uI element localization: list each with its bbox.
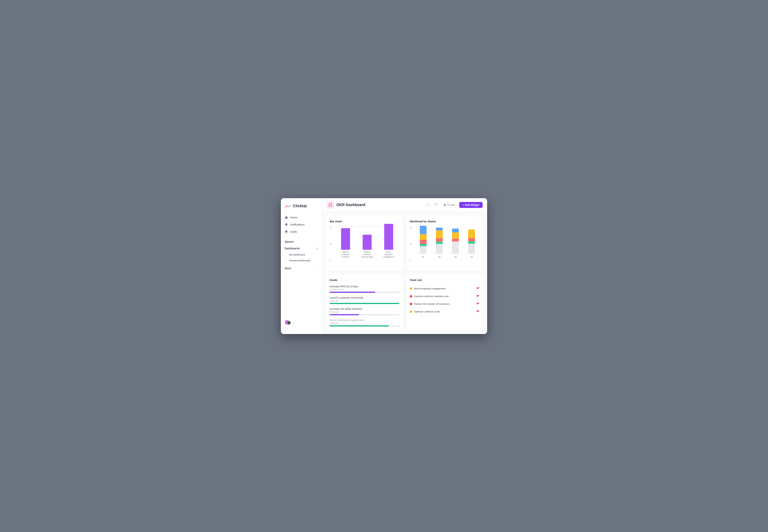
goal-name-2: Launch customer community bbox=[330, 296, 399, 299]
task-item-1: Boost employee engagement 🚩 bbox=[410, 285, 480, 293]
bar-label-3: Boost employeeengagement bbox=[382, 251, 395, 258]
svg-rect-3 bbox=[331, 205, 332, 207]
docs-label: Docs bbox=[285, 267, 291, 270]
dashboard-header: OKR Dashboard bbox=[322, 198, 487, 212]
private-badge: Private bbox=[441, 202, 457, 208]
home-icon bbox=[285, 216, 288, 219]
goal-progress-fill-1 bbox=[330, 292, 375, 293]
goal-time-2: 1 day ago bbox=[330, 300, 399, 302]
sidebar-item-shared-dashboards[interactable]: Shared dashboards bbox=[281, 258, 322, 263]
goal-item-1: Increase NPS by 10 bps 10 minutes ago bbox=[330, 285, 399, 293]
sidebar-section-dashboards[interactable]: Dashboards ∨ bbox=[281, 245, 322, 252]
docs-chevron-icon: › bbox=[317, 267, 318, 270]
notifications-label: Notifications bbox=[290, 223, 305, 226]
stacked-bar-q1 bbox=[420, 226, 427, 254]
goal-item-4: Boost employee engagement 1 day ago bbox=[330, 319, 399, 327]
workload-widget: Workload by Status ··· 50 25 0 bbox=[406, 216, 483, 271]
refresh-button[interactable] bbox=[433, 202, 439, 208]
goal-time-1: 10 minutes ago bbox=[330, 288, 399, 291]
goal-progress-bg-4 bbox=[330, 325, 399, 327]
task-flag-4: 🚩 bbox=[476, 310, 480, 313]
task-dot-2 bbox=[410, 295, 412, 297]
sidebar-item-goals[interactable]: Goals bbox=[281, 228, 322, 235]
goal-time-3: Week ago bbox=[330, 311, 399, 313]
bar-chart-bars: Improve customerretention Reduce custome… bbox=[335, 226, 399, 258]
task-list-title: Task List bbox=[410, 278, 422, 282]
dashboard-title: OKR Dashboard bbox=[336, 203, 365, 207]
task-name-4: Optimize software costs bbox=[414, 310, 440, 313]
dashboard-icon bbox=[327, 201, 334, 209]
home-label: Home bbox=[290, 216, 297, 219]
bell-icon bbox=[285, 223, 288, 226]
goals-label: Goals bbox=[290, 230, 297, 233]
goals-widget: Goals ··· Increase NPS by 10 bps 10 minu… bbox=[326, 274, 403, 330]
task-left-4: Optimize software costs bbox=[410, 310, 440, 313]
stacked-bar-q3 bbox=[452, 229, 459, 254]
bar-chart-container: 50 25 0 Improve customerretention bbox=[330, 226, 399, 267]
sidebar-item-my-dashboard[interactable]: My Dashboard bbox=[281, 252, 322, 258]
goals-menu[interactable]: ··· bbox=[395, 278, 399, 282]
goal-name-3: Increase net dollar retention bbox=[330, 307, 399, 310]
task-item-4: Optimize software costs 🚩 bbox=[410, 308, 480, 315]
workload-bar-q2: Q2 bbox=[436, 228, 443, 258]
header-actions: Private + Add Widget bbox=[425, 202, 483, 208]
q4-label: Q4 bbox=[468, 256, 475, 258]
goal-progress-bg-1 bbox=[330, 292, 399, 293]
refresh-icon bbox=[435, 203, 438, 206]
goal-item-3: Increase net dollar retention Week ago bbox=[330, 307, 399, 315]
task-name-2: Improve customer retention and... bbox=[414, 295, 450, 298]
task-list-menu[interactable]: ··· bbox=[476, 278, 480, 282]
bar-group-3: Boost employeeengagement bbox=[382, 224, 395, 258]
logo: ClickUp bbox=[281, 203, 322, 214]
sidebar-item-notifications[interactable]: Notifications bbox=[281, 221, 322, 228]
goal-name-1: Increase NPS by 10 bps bbox=[330, 285, 399, 288]
bar-3 bbox=[384, 224, 393, 250]
shared-dashboards-label: Shared dashboards bbox=[289, 259, 310, 262]
bar-label-1: Improve customerretention bbox=[339, 251, 352, 258]
workload-menu[interactable]: ··· bbox=[476, 219, 480, 223]
task-list-widget: Task List ··· Boost employee engagement … bbox=[406, 274, 483, 330]
sidebar-item-home[interactable]: Home bbox=[281, 214, 322, 221]
dashboards-chevron-icon: ∨ bbox=[317, 247, 318, 250]
goal-name-4: Boost employee engagement bbox=[330, 319, 399, 322]
workload-y-labels: 50 25 0 bbox=[410, 226, 414, 262]
task-left-3: Reduce the number of Customer... bbox=[410, 303, 451, 305]
dashboard-grid: Bar chart ··· 50 25 0 bbox=[322, 212, 487, 334]
task-dot-1 bbox=[410, 288, 412, 290]
svg-rect-2 bbox=[329, 205, 330, 207]
q1-label: Q1 bbox=[419, 256, 427, 258]
workload-bars: Q1 Q2 bbox=[415, 226, 480, 258]
sidebar-section-docs[interactable]: Docs › bbox=[281, 265, 322, 272]
bar-chart-header: Bar chart ··· bbox=[330, 219, 399, 223]
spaces-chevron-icon: › bbox=[317, 240, 318, 243]
bar-group-2: Reduce customer-reported bugs bbox=[361, 235, 374, 258]
workload-title: Workload by Status bbox=[410, 220, 436, 223]
task-item-2: Improve customer retention and... 🚩 bbox=[410, 293, 480, 300]
goal-progress-fill-3 bbox=[330, 314, 359, 315]
bar-chart-title: Bar chart bbox=[330, 220, 342, 223]
expand-button[interactable] bbox=[425, 202, 431, 208]
goal-progress-fill-4 bbox=[330, 325, 389, 327]
main-content: OKR Dashboard bbox=[322, 198, 487, 334]
avatar-group bbox=[285, 320, 291, 327]
dashboards-label: Dashboards bbox=[285, 247, 300, 250]
goal-progress-fill-2 bbox=[330, 303, 399, 304]
goal-progress-bg-3 bbox=[330, 314, 399, 315]
trophy-icon bbox=[285, 230, 288, 233]
svg-rect-1 bbox=[331, 203, 332, 205]
bar-chart-widget: Bar chart ··· 50 25 0 bbox=[326, 216, 403, 271]
sidebar-section-spaces[interactable]: Spaces › bbox=[281, 238, 322, 245]
stacked-bar-q4 bbox=[468, 229, 475, 254]
app-name: ClickUp bbox=[293, 204, 307, 208]
goal-item-2: Launch customer community 1 day ago bbox=[330, 296, 399, 304]
lock-icon bbox=[443, 204, 446, 206]
bar-chart-menu[interactable]: ··· bbox=[395, 219, 399, 223]
task-flag-1: 🚩 bbox=[476, 287, 480, 290]
bar-1 bbox=[341, 228, 350, 250]
add-widget-button[interactable]: + Add Widget bbox=[459, 202, 483, 208]
bar-chart-y-labels: 50 25 0 bbox=[330, 226, 334, 262]
spaces-label: Spaces bbox=[285, 240, 294, 243]
workload-bar-q3: Q3 bbox=[452, 229, 459, 258]
task-flag-2: 🚩 bbox=[476, 295, 480, 298]
bar-2 bbox=[363, 235, 372, 250]
